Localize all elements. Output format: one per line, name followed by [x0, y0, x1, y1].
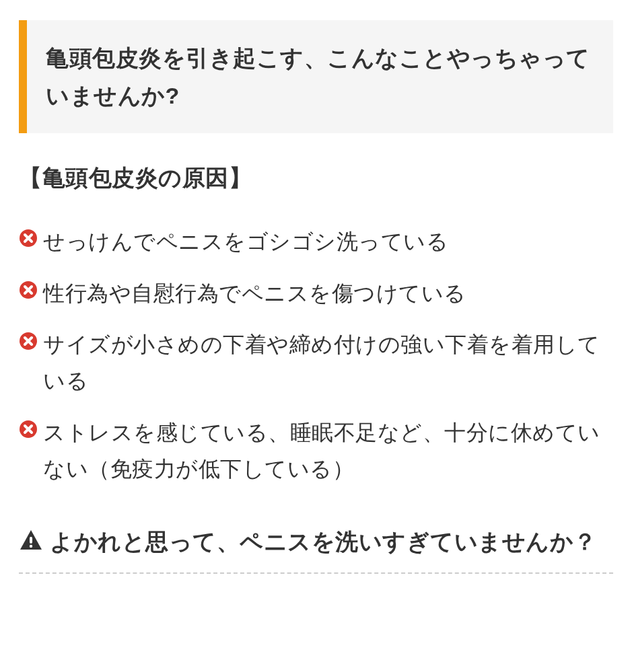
list-item-text: ストレスを感じている、睡眠不足など、十分に休めていない（免疫力が低下している） [43, 414, 613, 488]
list-item-text: 性行為や自慰行為でペニスを傷つけている [43, 275, 466, 311]
list-item: せっけんでペニスをゴシゴシ洗っている [19, 223, 613, 260]
sub-heading-text: よかれと思って、ペニスを洗いすぎていませんか？ [50, 523, 597, 560]
warning-icon [19, 528, 43, 552]
header-title: 亀頭包皮炎を引き起こす、こんなことやっちゃっていませんか? [46, 39, 596, 114]
list-item-text: せっけんでペニスをゴシゴシ洗っている [43, 223, 448, 260]
cross-circle-icon [19, 281, 38, 299]
cross-circle-icon [19, 332, 38, 350]
header-box: 亀頭包皮炎を引き起こす、こんなことやっちゃっていませんか? [19, 20, 613, 133]
section-title: 【亀頭包皮炎の原因】 [19, 163, 613, 194]
causes-list: せっけんでペニスをゴシゴシ洗っている 性行為や自慰行為でペニスを傷つけている サ… [19, 223, 613, 487]
cross-circle-icon [19, 229, 38, 248]
list-item: ストレスを感じている、睡眠不足など、十分に休めていない（免疫力が低下している） [19, 414, 613, 488]
svg-point-5 [30, 544, 32, 547]
list-item-text: サイズが小さめの下着や締め付けの強い下着を着用している [43, 326, 613, 400]
cross-circle-icon [19, 420, 38, 439]
svg-rect-4 [30, 537, 32, 544]
list-item: サイズが小さめの下着や締め付けの強い下着を着用している [19, 326, 613, 400]
list-item: 性行為や自慰行為でペニスを傷つけている [19, 275, 613, 311]
sub-heading: よかれと思って、ペニスを洗いすぎていませんか？ [19, 523, 613, 560]
dashed-divider [19, 572, 613, 574]
